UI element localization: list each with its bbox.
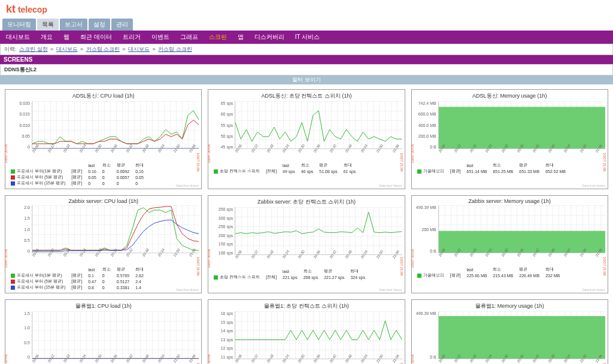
chart-card: 물류웹1: 초당 컨텍스트 스위치 (1h)10/07 20:0616 sps1… xyxy=(208,299,405,364)
chart-card: ADSL통신: Memory usage (1h)10/07 20:06742.… xyxy=(411,89,608,189)
chart-card: ADSL통신: CPU load (1h)10/07 20:060.0200.0… xyxy=(5,89,202,189)
filter-toggle[interactable]: 필터 보이기 xyxy=(0,75,613,84)
chart-card: Zabbix server: Memory usage (1h)10/07 20… xyxy=(411,195,608,293)
chart-title: ADSL통신: Memory usage (1h) xyxy=(414,92,605,100)
chart-plot xyxy=(32,101,199,149)
breadcrumb-link[interactable]: 대시보드 xyxy=(128,46,150,52)
chart-legend: last최소평균최대가용메모리[평균]651.14 MB651.25 MB651… xyxy=(414,162,605,174)
chart-card: Zabbix server: 초당 컨텍스트 스위치 (1h)10/07 20:… xyxy=(208,195,405,293)
logo: kt telecop xyxy=(0,0,613,19)
chart-legend: last최소평균최대초당 컨텍스트 스위치[전체]221 sps208 sps2… xyxy=(211,268,402,280)
chart-card: 물류웹1: CPU load (1h)10/07 20:061.51.00.50… xyxy=(5,299,202,364)
menu-디스커버리[interactable]: 디스커버리 xyxy=(254,33,284,41)
menu-트리거[interactable]: 트리거 xyxy=(123,33,141,41)
chart-title: 물류웹1: CPU load (1h) xyxy=(8,302,199,310)
menu-이벤트[interactable]: 이벤트 xyxy=(151,33,169,41)
menu-그래프[interactable]: 그래프 xyxy=(180,33,198,41)
breadcrumb-link[interactable]: 대시보드 xyxy=(56,46,78,52)
chart-title: 물류웹1: Memory usage (1h) xyxy=(414,302,605,310)
chart-card: Zabbix server: CPU load (1h)10/07 20:062… xyxy=(5,195,202,293)
chart-plot xyxy=(32,205,199,253)
chart-title: ADSL통신: 초당 컨텍스트 스위치 (1h) xyxy=(211,92,402,100)
menu-IT 서비스[interactable]: IT 서비스 xyxy=(295,33,320,41)
chart-grid: ADSL통신: CPU load (1h)10/07 20:060.0200.0… xyxy=(0,84,613,364)
tab-설정[interactable]: 설정 xyxy=(89,19,110,31)
chart-legend: last최소평균최대초당 컨텍스트 스위치[전체]49 sps46 sps51.… xyxy=(211,162,402,174)
chart-plot xyxy=(235,207,402,255)
tab-보고서[interactable]: 보고서 xyxy=(60,19,87,31)
menu-개요[interactable]: 개요 xyxy=(41,33,53,41)
breadcrumb-link[interactable]: 커스텀 스크린 xyxy=(158,46,192,52)
breadcrumb-link[interactable]: 커스텀 스크린 xyxy=(86,46,120,52)
chart-legend: last최소평균최대가용메모리[평균]225.66 MB215.43 MB226… xyxy=(414,266,605,278)
main-menu: 대시보드개요웹최근 데이터트리거이벤트그래프스크린맵디스커버리IT 서비스 xyxy=(0,31,613,44)
svg-rect-0 xyxy=(439,107,605,148)
chart-title: Zabbix server: Memory usage (1h) xyxy=(414,198,605,204)
chart-plot xyxy=(438,311,605,359)
chart-card: 물류웹1: Memory usage (1h)10/07 20:06490.39… xyxy=(411,299,608,364)
chart-legend: last최소평균최대프로세서 부하(1분 평균)[평균]0.1600.00920… xyxy=(8,162,199,186)
chart-plot xyxy=(235,311,402,359)
tab-목록[interactable]: 목록 xyxy=(37,19,59,31)
chart-plot xyxy=(438,205,605,253)
screens-title-bar: SCREENS xyxy=(0,55,613,64)
ddns-bar: DDNS통신L2 xyxy=(0,64,613,75)
svg-rect-2 xyxy=(439,316,605,359)
chart-title: Zabbix server: 초당 컨텍스트 스위치 (1h) xyxy=(211,198,402,206)
chart-card: ADSL통신: 초당 컨텍스트 스위치 (1h)10/07 20:0665 sp… xyxy=(208,89,405,189)
menu-맵[interactable]: 맵 xyxy=(238,33,244,41)
menu-대시보드[interactable]: 대시보드 xyxy=(6,33,30,41)
tab-모니터링[interactable]: 모니터링 xyxy=(2,19,36,31)
menu-웹[interactable]: 웹 xyxy=(63,33,69,41)
top-tabs: 모니터링목록보고서설정관리 xyxy=(0,19,613,31)
chart-title: ADSL통신: CPU load (1h) xyxy=(8,92,199,100)
menu-스크린[interactable]: 스크린 xyxy=(209,33,227,41)
tab-관리[interactable]: 관리 xyxy=(111,19,133,31)
menu-최근 데이터[interactable]: 최근 데이터 xyxy=(80,33,112,41)
chart-plot xyxy=(32,311,199,359)
breadcrumb-link[interactable]: 스크린 설정 xyxy=(19,46,48,52)
chart-title: Zabbix server: CPU load (1h) xyxy=(8,198,199,204)
chart-title: 물류웹1: 초당 컨텍스트 스위치 (1h) xyxy=(211,302,402,310)
chart-plot xyxy=(235,101,402,149)
breadcrumb: 이력: 스크린 설정 » 대시보드 » 커스텀 스크린 » 대시보드 » 커스텀… xyxy=(0,44,613,55)
chart-legend: last최소평균최대프로세서 부하(1분 평균)[평균]0.100.57652.… xyxy=(8,266,199,290)
chart-plot xyxy=(438,101,605,149)
